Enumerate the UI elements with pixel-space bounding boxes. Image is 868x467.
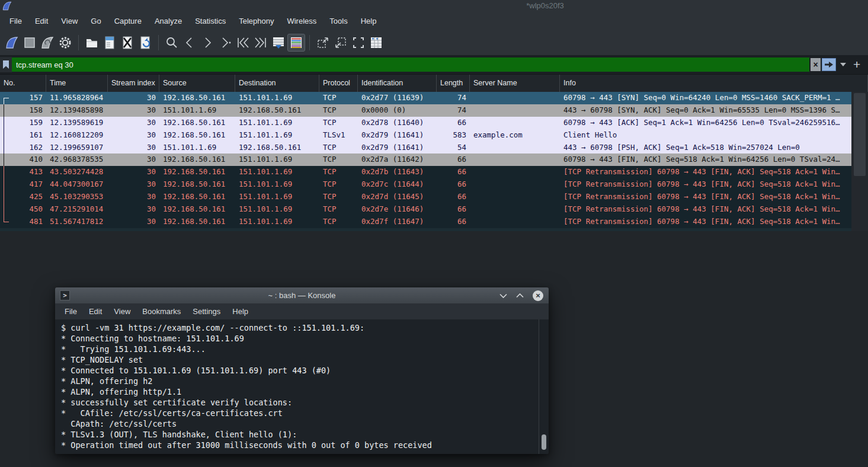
auto-scroll-icon[interactable] xyxy=(270,34,287,52)
capture-options-icon[interactable] xyxy=(56,34,74,52)
previous-packet-icon[interactable] xyxy=(181,34,198,52)
find-packet-icon[interactable] xyxy=(163,34,181,52)
stop-capture-icon[interactable] xyxy=(21,34,39,52)
konsole-menu-item[interactable]: Bookmarks xyxy=(136,307,187,316)
toolbar-separator xyxy=(309,35,310,50)
terminal-line: * successfully set certificate verify lo… xyxy=(61,397,534,408)
terminal-line: * Connecting to hostname: 151.101.1.69 xyxy=(61,333,534,344)
close-icon[interactable]: × xyxy=(533,290,543,301)
partial-next-row xyxy=(0,228,851,231)
toolbar-separator xyxy=(158,35,159,50)
column-header[interactable]: Protocol xyxy=(319,75,358,92)
display-filter-input[interactable] xyxy=(12,57,809,72)
packet-row[interactable]: 161 12.160812209 30 192.168.50.161 151.1… xyxy=(0,129,851,142)
column-header[interactable]: Info xyxy=(560,75,868,92)
column-header[interactable]: Identification xyxy=(358,75,437,92)
column-header[interactable]: Destination xyxy=(235,75,319,92)
display-filter-bar: × + xyxy=(0,55,868,74)
next-packet-icon[interactable] xyxy=(198,34,216,52)
wireshark-menu-item[interactable]: Wireless xyxy=(280,17,323,25)
wireshark-menu-item[interactable]: View xyxy=(55,17,84,25)
wireshark-menubar: FileEditViewGoCaptureAnalyzeStatisticsTe… xyxy=(0,12,868,30)
terminal-viewport[interactable]: $ curl -vm 31 https://example.com/ --con… xyxy=(55,319,549,454)
column-header[interactable]: Time xyxy=(46,75,108,92)
terminal-scrollbar[interactable] xyxy=(539,319,549,454)
konsole-menu-item[interactable]: Edit xyxy=(83,307,108,316)
packet-row[interactable]: 481 51.567417812 30 192.168.50.161 151.1… xyxy=(0,216,851,228)
zoom-out-icon[interactable] xyxy=(332,34,350,52)
start-capture-icon[interactable] xyxy=(3,34,21,52)
last-packet-icon[interactable] xyxy=(252,34,270,52)
apply-filter-icon[interactable] xyxy=(822,58,836,71)
restart-capture-icon[interactable] xyxy=(39,34,56,52)
konsole-app-icon: > xyxy=(60,290,70,300)
maximize-icon[interactable] xyxy=(516,293,524,298)
save-file-icon[interactable] xyxy=(101,34,118,52)
close-file-icon[interactable] xyxy=(118,34,136,52)
packet-row[interactable]: 450 47.215291014 30 192.168.50.161 151.1… xyxy=(0,203,851,216)
terminal-line: * Connected to 151.101.1.69 (151.101.1.6… xyxy=(61,365,534,376)
minimize-icon[interactable] xyxy=(499,293,507,298)
terminal-line: CApath: /etc/ssl/certs xyxy=(61,418,534,429)
packet-rows: 157 11.965828964 30 192.168.50.161 151.1… xyxy=(0,92,868,228)
column-header[interactable]: Stream index xyxy=(108,75,159,92)
wireshark-menu-item[interactable]: File xyxy=(3,17,28,25)
scrollbar-thumb[interactable] xyxy=(854,93,866,176)
column-header[interactable]: Server Name xyxy=(470,75,560,92)
packet-row[interactable]: 413 43.503274428 30 192.168.50.161 151.1… xyxy=(0,166,851,178)
wireshark-menu-item[interactable]: Statistics xyxy=(188,17,232,25)
wireshark-menu-item[interactable]: Capture xyxy=(108,17,148,25)
add-filter-button[interactable]: + xyxy=(853,58,860,71)
wireshark-menu-item[interactable]: Telephony xyxy=(232,17,280,25)
terminal-line: * TLSv1.3 (OUT), TLS handshake, Client h… xyxy=(61,429,534,440)
konsole-menu-item[interactable]: File xyxy=(59,307,83,316)
goto-packet-icon[interactable] xyxy=(216,34,234,52)
packet-row[interactable]: 417 44.047300167 30 192.168.50.161 151.1… xyxy=(0,178,851,191)
packet-row[interactable]: 157 11.965828964 30 192.168.50.161 151.1… xyxy=(0,92,851,104)
konsole-menu-item[interactable]: Help xyxy=(226,307,254,316)
reload-file-icon[interactable] xyxy=(136,34,154,52)
konsole-window: > ~ : bash — Konsole × FileEditViewBookm… xyxy=(55,287,549,454)
konsole-menu-item[interactable]: View xyxy=(108,307,136,316)
terminal-scrollbar-thumb[interactable] xyxy=(542,434,546,450)
packet-row[interactable]: 162 12.199659107 30 151.101.1.69 192.168… xyxy=(0,142,851,154)
terminal-line: * ALPN, offering h2 xyxy=(61,376,534,386)
konsole-titlebar[interactable]: > ~ : bash — Konsole × xyxy=(55,287,549,303)
packet-list-header: No.TimeStream indexSourceDestinationProt… xyxy=(0,74,868,92)
wireshark-toolbar xyxy=(0,30,868,55)
wireshark-menu-item[interactable]: Edit xyxy=(28,17,55,25)
packet-row[interactable]: 158 12.139485898 30 151.101.1.69 192.168… xyxy=(0,104,851,117)
wireshark-menu-item[interactable]: Analyze xyxy=(148,17,188,25)
packet-list: 157 11.965828964 30 192.168.50.161 151.1… xyxy=(0,92,868,231)
toolbar-separator xyxy=(78,35,79,50)
terminal-line: * ALPN, offering http/1.1 xyxy=(61,386,534,397)
resize-columns-icon[interactable] xyxy=(367,34,385,52)
terminal-line: * CAfile: /etc/ssl/certs/ca-certificates… xyxy=(61,408,534,418)
normal-size-icon[interactable] xyxy=(350,34,367,52)
terminal-line: * TCP_NODELAY set xyxy=(61,354,534,365)
wireshark-menu-item[interactable]: Go xyxy=(84,17,107,25)
column-header[interactable]: Source xyxy=(159,75,235,92)
packet-row[interactable]: 410 42.968378535 30 192.168.50.161 151.1… xyxy=(0,153,851,166)
filter-bookmark-icon[interactable] xyxy=(0,57,12,72)
first-packet-icon[interactable] xyxy=(234,34,252,52)
wireshark-menu-item[interactable]: Help xyxy=(354,17,383,25)
window-title: *wlp0s20f3 xyxy=(526,1,564,10)
filter-dropdown-icon[interactable] xyxy=(840,63,846,66)
wireshark-titlebar[interactable]: *wlp0s20f3 xyxy=(0,0,868,12)
wireshark-menu-item[interactable]: Tools xyxy=(323,17,354,25)
wireshark-app-icon xyxy=(2,1,12,11)
konsole-menubar: FileEditViewBookmarksSettingsHelp xyxy=(55,303,549,319)
colorize-packets-icon[interactable] xyxy=(287,34,305,52)
zoom-in-icon[interactable] xyxy=(314,34,332,52)
clear-filter-icon[interactable]: × xyxy=(811,58,821,71)
column-header[interactable]: Length xyxy=(437,75,470,92)
open-file-icon[interactable] xyxy=(83,34,101,52)
terminal-line: * Operation timed out after 31000 millis… xyxy=(61,440,534,450)
packet-list-scrollbar[interactable] xyxy=(851,92,868,231)
wireshark-window-chrome: *wlp0s20f3 FileEditViewGoCaptureAnalyzeS… xyxy=(0,0,868,74)
column-header[interactable]: No. xyxy=(0,75,46,92)
packet-row[interactable]: 159 12.139589619 30 192.168.50.161 151.1… xyxy=(0,117,851,129)
konsole-menu-item[interactable]: Settings xyxy=(187,307,226,316)
packet-row[interactable]: 425 45.103290353 30 192.168.50.161 151.1… xyxy=(0,191,851,203)
